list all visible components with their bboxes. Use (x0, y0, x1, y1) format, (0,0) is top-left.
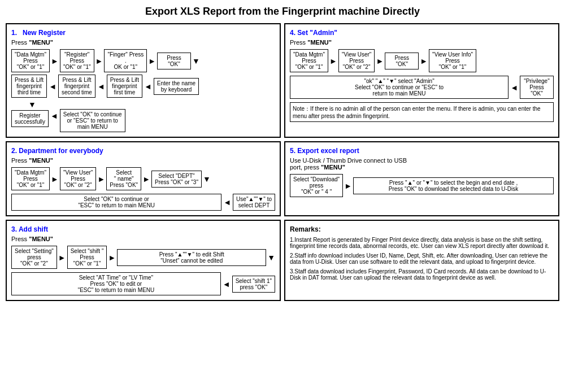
remarks-item-3: 3.Staff data download includes Fingerpri… (290, 268, 554, 281)
s1-box5: Enter the nameby keyboard (154, 78, 199, 95)
s1-box9: Registersuccessfully (11, 110, 49, 127)
main-grid: 1. New Register Press "MENU" "Data Mgtm"… (6, 23, 559, 301)
s1-arrow7: ◄ (144, 82, 152, 91)
s1-box10: Select "OK" to continueor "ESC" to retur… (60, 109, 125, 132)
s1-arrow6: ◄ (97, 82, 105, 91)
s1-box2: "Register"Press"OK" or "1" (60, 49, 94, 72)
s1-arrow4: ▼ (192, 56, 200, 66)
s2-row2: Select "OK" to continue or"ESC" to retur… (11, 194, 275, 211)
s1-row1: "Data Mgtm"Press"OK" or "1" ► "Register"… (11, 49, 275, 72)
s5-row1: Select "Download"press"OK" or " 4 " ► Pr… (290, 174, 554, 197)
section-3: 3. Add shift Press "MENU" Select "Settin… (6, 220, 281, 301)
s2-box3: Select" name"Press "OK" (106, 167, 141, 190)
section-1-title: 1. New Register (11, 29, 275, 37)
s1-arrow1: ► (51, 56, 59, 66)
s4-box2: "View User"Press"OK" or "2" (338, 49, 375, 72)
s3-arrow2: ► (108, 253, 116, 262)
remarks-section: Remarks: 1.Instant Report is generated b… (284, 220, 559, 301)
s1-row3: ▼ Registersuccessfully ◄ Select "OK" to … (11, 100, 275, 132)
page-title: Export XLS Report from the Fingerprint m… (6, 6, 559, 18)
s4-box4: "View User Info"Press"OK" or "1" (429, 49, 476, 72)
s4-row2: "ok" "▲" "▼" select "Admin"Select "OK" t… (290, 76, 554, 99)
s4-note-text: Note：If there is no admin all of the per… (293, 106, 541, 119)
s1-arrow9: ◄ (50, 111, 58, 120)
remarks-title: Remarks: (290, 225, 554, 233)
s4-arrow2: ► (376, 56, 384, 66)
s1-arrow5: ◄ (49, 82, 56, 91)
section-4-diagram: "Data Mgtm"Press"OK" or "1" ► "View User… (290, 49, 554, 122)
s3-row2: Select "AT Time" or "LV Time"Press "OK" … (11, 272, 275, 295)
s5-arrow1: ► (344, 181, 352, 190)
s3-arrow1: ► (58, 253, 66, 262)
s2-arrow5: ◄ (223, 198, 231, 207)
section-1-diagram: "Data Mgtm"Press"OK" or "1" ► "Register"… (11, 49, 275, 132)
s4-row1: "Data Mgtm"Press"OK" or "1" ► "View User… (290, 49, 554, 72)
s2-arrow1: ► (51, 175, 59, 184)
s4-arrow4: ◄ (510, 83, 518, 92)
section-5-diagram: Select "Download"press"OK" or " 4 " ► Pr… (290, 174, 554, 197)
s2-arrow3: ► (142, 175, 150, 184)
s1-box4: Press"OK" (157, 53, 191, 69)
s1-box6: Press & Liftfingerprintfirst time (107, 75, 142, 98)
s3-box2: Select "shift "Press"OK" or "1" (67, 246, 107, 269)
section-3-title: 3. Add shift (11, 225, 275, 233)
s3-box5: Select "AT Time" or "LV Time"Press "OK" … (11, 272, 221, 295)
section-5-title: 5. Export excel report (290, 147, 554, 155)
section-2-diagram: "Data Mgtm"Press"OK" or "1" ► "View User… (11, 167, 275, 211)
s4-box3: Press"OK" (385, 53, 419, 69)
s4-note: Note：If there is no admin all of the per… (290, 102, 554, 122)
s4-arrow1: ► (329, 56, 337, 66)
s4-box6: "ok" "▲" "▼" select "Admin"Select "OK" t… (290, 76, 508, 99)
section-5: 5. Export excel report Use U-Disk / Thum… (284, 141, 559, 216)
s3-box3: Press "▲""▼" to edit Shift"Unset" cannot… (117, 249, 266, 266)
s1-arrow8: ▼ (28, 100, 36, 109)
s3-row1: Select "Setting"press"OK" or "2" ► Selec… (11, 246, 275, 269)
s1-row2: Press & Liftfingerprintthird time ◄ Pres… (11, 75, 275, 98)
s1-box7: Press & Liftfingerprintsecond time (58, 75, 95, 98)
section-2-subtitle: Press "MENU" (11, 157, 275, 164)
s4-box5: "Privilege"Press"OK" (520, 76, 554, 99)
s3-box1: Select "Setting"press"OK" or "2" (11, 246, 57, 269)
section-5-subtitle: Use U-Disk / Thumb Drive connect to USB … (290, 157, 554, 171)
s2-box4: Select "DEPT"Press "OK" or "3" (151, 171, 202, 188)
s5-box2: Press "▲" or "▼" to select the begin and… (353, 177, 554, 194)
s2-row1: "Data Mgtm"Press"OK" or "1" ► "View User… (11, 167, 275, 190)
section-4: 4. Set "Admin" Press "MENU" "Data Mgtm"P… (284, 23, 559, 138)
section-4-subtitle: Press "MENU" (290, 39, 554, 46)
section-4-title: 4. Set "Admin" (290, 29, 554, 37)
s2-arrow2: ► (97, 175, 105, 184)
section-2: 2. Department for everybody Press "MENU"… (6, 141, 281, 216)
s2-box2: "View User"Press"OK" or "2" (60, 167, 97, 190)
remarks-item-1: 1.Instant Report is generated by Finger … (290, 237, 554, 249)
section-1: 1. New Register Press "MENU" "Data Mgtm"… (6, 23, 281, 138)
s1-box1: "Data Mgtm"Press"OK" or "1" (11, 49, 50, 72)
s3-box4: Select "shift 1"press "OK" (232, 276, 275, 293)
s1-arrow2: ► (95, 56, 103, 66)
s1-arrow3: ► (148, 56, 156, 66)
section-3-diagram: Select "Setting"press"OK" or "2" ► Selec… (11, 246, 275, 295)
s4-box1: "Data Mgtm"Press"OK" or "1" (290, 49, 328, 72)
s4-arrow3: ► (420, 56, 428, 66)
remarks-item-2: 2.Staff info download includes User ID, … (290, 252, 554, 265)
section-2-title: 2. Department for everybody (11, 147, 275, 155)
s2-arrow4: ▼ (203, 175, 211, 184)
section-3-subtitle: Press "MENU" (11, 236, 275, 242)
s2-box1: "Data Mgtm"Press"OK" or "1" (11, 167, 50, 190)
s3-arrow3: ▼ (267, 253, 275, 262)
s1-box8: Press & Liftfingerprintthird time (11, 75, 47, 98)
section-1-subtitle: Press "MENU" (11, 39, 275, 46)
s2-box6: Select "OK" to continue or"ESC" to retur… (11, 194, 221, 211)
s3-arrow4: ◄ (223, 280, 231, 289)
s2-box5: Use"▲""▼" toselect DEPT (233, 194, 275, 211)
page: Export XLS Report from the Fingerprint m… (0, 0, 565, 307)
s1-col-left: ▼ Registersuccessfully (11, 100, 49, 127)
s1-box3: "Finger" Press.OK or "1" (104, 49, 147, 72)
s5-box1: Select "Download"press"OK" or " 4 " (290, 174, 343, 197)
